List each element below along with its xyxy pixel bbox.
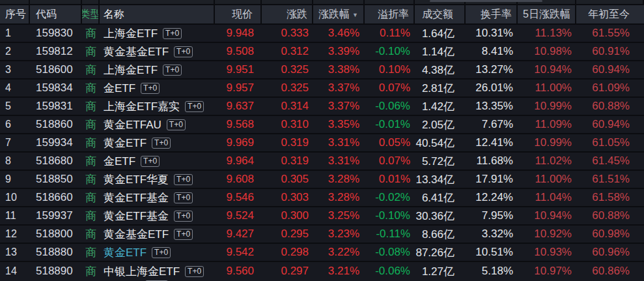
change-pct: 3.23% bbox=[313, 226, 365, 243]
table-row-518600[interactable]: 3 518600 商 上海金ETF T+0 9.951 0.325 3.38% … bbox=[0, 61, 644, 80]
table-row-159934[interactable]: 7 159934 商 黄金ETF T+0 9.969 0.319 3.31% 0… bbox=[0, 134, 644, 153]
turnover-rate: 12.24% bbox=[466, 189, 518, 206]
table-row-159812[interactable]: 2 159812 商 黄金基金ETF T+0 9.508 0.312 3.39%… bbox=[0, 43, 644, 61]
price: 9.637 bbox=[215, 98, 262, 115]
table-row-518680[interactable]: 8 518680 商 金ETF T+0 9.964 0.319 3.31% 0.… bbox=[0, 153, 644, 171]
etf-name[interactable]: 上海金ETF bbox=[104, 26, 158, 41]
column-header-ytd-pct[interactable]: 年初至今 bbox=[576, 5, 644, 23]
five-day-pct: 10.92% bbox=[518, 226, 576, 243]
row-seq: 7 bbox=[0, 134, 30, 151]
column-header-premium-rate[interactable]: 溢折率 bbox=[365, 5, 415, 23]
five-day-pct: 11.02% bbox=[518, 153, 576, 170]
ytd-pct: 61.58% bbox=[576, 189, 644, 206]
turnover-rate: 8.41% bbox=[466, 43, 518, 60]
type-tag: 商 bbox=[82, 207, 100, 224]
etf-name[interactable]: 黄金ETF bbox=[104, 245, 147, 260]
table-row-159937[interactable]: 11 159937 商 黄金ETF基金 T+0 9.524 0.300 3.25… bbox=[0, 207, 644, 226]
etf-name[interactable]: 黄金ETF华夏 bbox=[104, 172, 169, 187]
turnover-rate: 3.32% bbox=[466, 226, 518, 243]
five-day-pct: 10.93% bbox=[518, 244, 576, 261]
t0-badge: T+0 bbox=[152, 247, 171, 258]
etf-name[interactable]: 黄金基金ETF bbox=[104, 44, 169, 59]
etf-name[interactable]: 黄金ETF基金 bbox=[104, 190, 169, 205]
turnover-rate: 12.41% bbox=[466, 134, 518, 151]
etf-name[interactable]: 黄金ETFAU bbox=[104, 117, 161, 132]
five-day-pct: 11.13% bbox=[518, 25, 576, 42]
horizontal-scrollbar-thumb[interactable] bbox=[430, 0, 542, 2]
t0-badge: T+0 bbox=[141, 156, 160, 167]
five-day-pct: 11.00% bbox=[518, 171, 576, 188]
change: 0.305 bbox=[262, 171, 313, 188]
table-row-159834[interactable]: 4 159834 商 金ETF T+0 9.957 0.325 3.37% 0.… bbox=[0, 80, 644, 98]
table-row-159831[interactable]: 5 159831 商 上海金ETF嘉实 T+0 9.637 0.314 3.37… bbox=[0, 98, 644, 116]
column-header-five-day-pct[interactable]: 5日涨跌幅 bbox=[518, 5, 576, 23]
row-seq: 3 bbox=[0, 61, 30, 78]
column-header-label: 代码 bbox=[36, 8, 57, 22]
column-header-turnover-rate[interactable]: 换手率 bbox=[466, 5, 518, 23]
price: 9.560 bbox=[215, 262, 262, 280]
turnover-rate: 7.95% bbox=[466, 207, 518, 224]
row-code: 518860 bbox=[30, 116, 82, 133]
five-day-pct: 11.04% bbox=[518, 189, 576, 206]
name-cell: 黄金ETF T+0 bbox=[100, 134, 215, 151]
table-row-518860[interactable]: 6 518860 商 黄金ETFAU T+0 9.568 0.310 3.35%… bbox=[0, 116, 644, 134]
table-row-518890[interactable]: 14 518890 商 中银上海金ETF T+0 9.560 0.297 3.2… bbox=[0, 262, 644, 280]
row-code: 518800 bbox=[30, 226, 82, 243]
row-seq: 2 bbox=[0, 43, 30, 60]
column-header-label: 5日涨跌幅 bbox=[523, 8, 570, 22]
change: 0.298 bbox=[262, 244, 313, 261]
etf-name[interactable]: 上海金ETF bbox=[104, 63, 158, 78]
table-row-518800[interactable]: 12 518800 商 黄金基金ETF T+0 9.427 0.295 3.23… bbox=[0, 226, 644, 244]
volume: 5.72亿 bbox=[415, 153, 466, 170]
table-row-518660[interactable]: 10 518660 商 黄金ETF基金 T+0 9.546 0.303 3.28… bbox=[0, 189, 644, 207]
etf-name[interactable]: 上海金ETF嘉实 bbox=[104, 99, 180, 114]
column-header-price[interactable]: 现价 bbox=[215, 5, 262, 23]
column-header-name[interactable]: 名称 bbox=[100, 5, 215, 23]
strip-divider-cell bbox=[313, 0, 365, 4]
row-seq: 12 bbox=[0, 226, 30, 243]
volume: 1.14亿 bbox=[415, 43, 466, 60]
name-cell: 黄金基金ETF T+0 bbox=[100, 226, 215, 243]
name-cell: 黄金ETF T+0 bbox=[100, 244, 215, 261]
table-row-518880[interactable]: 13 518880 商 黄金ETF T+0 9.542 0.298 3.22% … bbox=[0, 244, 644, 262]
type-tag: 商 bbox=[82, 43, 100, 60]
premium-rate: 0.11% bbox=[365, 25, 415, 42]
type-tag: 商 bbox=[82, 189, 100, 206]
five-day-pct: 10.97% bbox=[518, 262, 576, 280]
column-header-label: 类型 bbox=[82, 8, 100, 22]
etf-name[interactable]: 黄金基金ETF bbox=[104, 227, 169, 242]
column-header-label: 涨跌幅 bbox=[318, 8, 350, 22]
column-header-type[interactable]: 类型 bbox=[82, 5, 100, 23]
column-header-volume[interactable]: 成交额 bbox=[415, 5, 466, 23]
volume: 1.64亿 bbox=[415, 25, 466, 42]
t0-badge: T+0 bbox=[174, 211, 193, 222]
ytd-pct: 60.86% bbox=[576, 262, 644, 280]
column-header-code[interactable]: 代码 bbox=[30, 5, 82, 23]
row-code: 518680 bbox=[30, 153, 82, 170]
row-seq: 9 bbox=[0, 171, 30, 188]
ytd-pct: 60.98% bbox=[576, 226, 644, 243]
price: 9.427 bbox=[215, 226, 262, 243]
change-pct: 3.37% bbox=[313, 98, 365, 115]
turnover-rate: 7.67% bbox=[466, 116, 518, 133]
column-header-change-pct[interactable]: 涨跌幅▼ bbox=[313, 5, 365, 23]
etf-name[interactable]: 黄金ETF bbox=[104, 136, 147, 151]
etf-name[interactable]: 黄金ETF基金 bbox=[104, 209, 169, 224]
column-header-change[interactable]: 涨跌 bbox=[262, 5, 313, 23]
etf-name[interactable]: 金ETF bbox=[104, 154, 135, 169]
price: 9.964 bbox=[215, 153, 262, 170]
change-pct: 3.21% bbox=[313, 262, 365, 280]
name-cell: 黄金基金ETF T+0 bbox=[100, 43, 215, 60]
name-cell: 金ETF T+0 bbox=[100, 153, 215, 170]
etf-name[interactable]: 金ETF bbox=[104, 81, 135, 96]
t0-badge: T+0 bbox=[163, 65, 182, 76]
column-header-seq[interactable]: 序号 bbox=[0, 5, 30, 23]
table-row-518850[interactable]: 9 518850 商 黄金ETF华夏 T+0 9.608 0.305 3.28%… bbox=[0, 171, 644, 189]
table-row-159830[interactable]: 1 159830 商 上海金ETF T+0 9.948 0.333 3.46% … bbox=[0, 25, 644, 43]
premium-rate: -0.11% bbox=[365, 226, 415, 243]
t0-badge: T+0 bbox=[185, 266, 204, 277]
volume: 6.41亿 bbox=[415, 189, 466, 206]
name-cell: 金ETF T+0 bbox=[100, 80, 215, 96]
etf-name[interactable]: 中银上海金ETF bbox=[104, 264, 180, 279]
column-header-label: 名称 bbox=[104, 8, 124, 22]
